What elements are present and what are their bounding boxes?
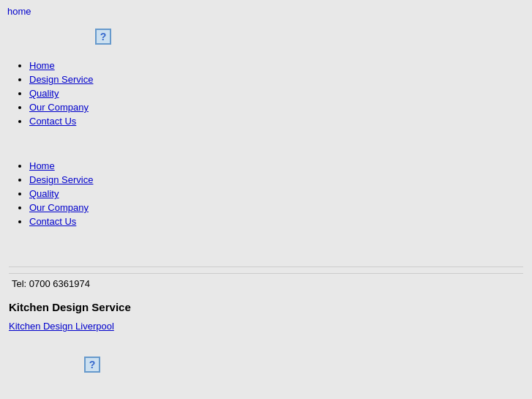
list-item: Design Service bbox=[29, 174, 517, 185]
list-item: Quality bbox=[29, 88, 517, 99]
top-nav: home bbox=[0, 0, 532, 23]
list-item: Contact Us bbox=[29, 216, 517, 227]
top-nav-home-link[interactable]: home bbox=[7, 6, 31, 17]
list-item: Our Company bbox=[29, 102, 517, 113]
nav2-quality-link[interactable]: Quality bbox=[29, 188, 59, 199]
nav1-our-company-link[interactable]: Our Company bbox=[29, 102, 89, 113]
list-item: Design Service bbox=[29, 74, 517, 85]
phone-line: Tel: 0700 6361974 bbox=[9, 273, 523, 294]
main-content: Tel: 0700 6361974 Kitchen Design Service… bbox=[0, 253, 532, 351]
list-item: Home bbox=[29, 160, 517, 171]
nav1-home-link[interactable]: Home bbox=[29, 60, 55, 71]
nav2-contact-us-link[interactable]: Contact Us bbox=[29, 216, 76, 227]
top-image-container bbox=[0, 23, 532, 53]
nav1-contact-us-link[interactable]: Contact Us bbox=[29, 116, 76, 127]
top-image-placeholder bbox=[95, 29, 111, 45]
list-item: Quality bbox=[29, 188, 517, 199]
nav2-design-service-link[interactable]: Design Service bbox=[29, 174, 93, 185]
nav2-our-company-link[interactable]: Our Company bbox=[29, 202, 89, 213]
nav1-design-service-link[interactable]: Design Service bbox=[29, 74, 93, 85]
nav-section-2: Home Design Service Quality Our Company … bbox=[0, 153, 532, 242]
page-heading: Kitchen Design Service bbox=[9, 301, 523, 313]
list-item: Our Company bbox=[29, 202, 517, 213]
list-item: Home bbox=[29, 60, 517, 71]
nav-list-2: Home Design Service Quality Our Company … bbox=[15, 160, 517, 227]
bottom-image-container bbox=[0, 351, 532, 381]
nav2-home-link[interactable]: Home bbox=[29, 160, 55, 171]
nav-list-1: Home Design Service Quality Our Company … bbox=[15, 60, 517, 127]
phone-text: Tel: 0700 6361974 bbox=[12, 278, 90, 289]
nav1-quality-link[interactable]: Quality bbox=[29, 88, 59, 99]
list-item: Contact Us bbox=[29, 116, 517, 127]
bottom-image-placeholder bbox=[84, 357, 100, 373]
kitchen-link[interactable]: Kitchen Design Liverpool bbox=[9, 321, 523, 332]
nav-section-1: Home Design Service Quality Our Company … bbox=[0, 53, 532, 141]
divider bbox=[9, 266, 523, 267]
